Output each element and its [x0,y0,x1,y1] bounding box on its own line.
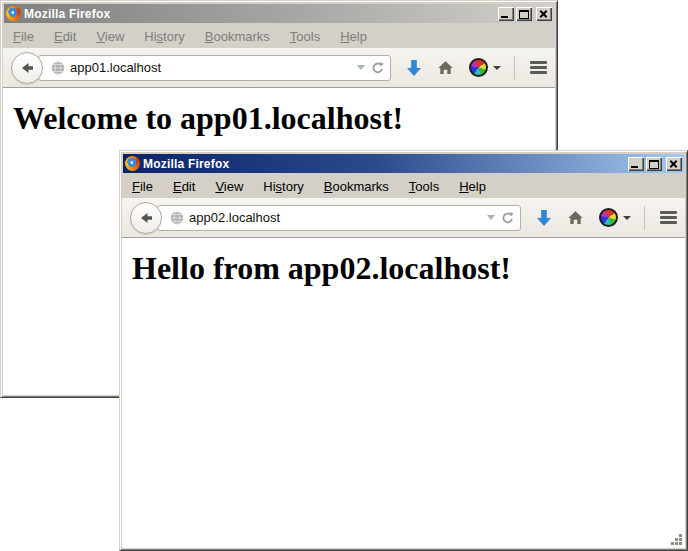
window-title: Mozilla Firefox [140,157,626,171]
titlebar[interactable]: Mozilla Firefox [4,4,554,23]
chevron-down-icon[interactable] [357,65,365,70]
menu-edit[interactable]: Edit [44,27,86,46]
menu-view[interactable]: View [205,177,253,196]
menu-history[interactable]: History [134,27,194,46]
minimize-icon [501,16,508,18]
chevron-down-icon [493,66,501,70]
addon-button[interactable] [599,208,631,227]
maximize-icon [649,160,659,169]
menu-edit[interactable]: Edit [163,177,205,196]
resize-grip-dots [670,533,673,536]
menu-tools[interactable]: Tools [280,27,330,46]
firefox-window-app02: Mozilla Firefox File Edit View History B… [119,150,688,551]
menu-file[interactable]: File [3,27,44,46]
maximize-button[interactable] [516,7,532,21]
menu-history[interactable]: History [253,177,313,196]
titlebar[interactable]: Mozilla Firefox [123,154,684,173]
nav-toolbar [3,48,555,88]
nav-toolbar [122,198,685,238]
menu-help[interactable]: Help [449,177,496,196]
firefox-logo-icon [6,6,21,21]
page-heading: Welcome to app01.localhost! [13,100,555,137]
addon-button[interactable] [469,58,501,77]
app-menu-button[interactable] [530,59,547,76]
close-button[interactable] [536,7,552,21]
hamburger-menu-icon [660,209,677,226]
minimize-icon [631,166,638,168]
download-button[interactable] [536,209,552,227]
menu-bookmarks[interactable]: Bookmarks [195,27,280,46]
download-arrow-icon [536,209,552,227]
menu-tools[interactable]: Tools [399,177,449,196]
resize-grip[interactable] [670,533,684,547]
reload-icon[interactable] [371,61,385,75]
minimize-button[interactable] [628,157,644,171]
color-wheel-addon-icon [469,58,488,77]
chevron-down-icon[interactable] [487,215,495,220]
app-menu-button[interactable] [660,209,677,226]
back-arrow-icon [19,60,35,76]
minimize-button[interactable] [498,7,514,21]
menu-file[interactable]: File [122,177,163,196]
toolbar-separator [514,56,515,80]
toolbar-separator [644,206,645,230]
url-input[interactable] [184,210,485,225]
firefox-logo-icon [125,156,140,171]
maximize-button[interactable] [646,157,662,171]
download-arrow-icon [406,59,422,77]
menubar: File Edit View History Bookmarks Tools H… [3,24,555,48]
urlbar[interactable] [157,205,521,231]
close-button[interactable] [666,157,682,171]
window-title: Mozilla Firefox [21,7,496,21]
menu-bookmarks[interactable]: Bookmarks [314,177,399,196]
hamburger-menu-icon [530,59,547,76]
download-button[interactable] [406,59,422,77]
menu-view[interactable]: View [86,27,134,46]
url-input[interactable] [65,60,355,75]
back-arrow-icon [138,210,154,226]
chevron-down-icon [623,216,631,220]
reload-icon[interactable] [501,211,515,225]
home-button[interactable] [567,210,584,226]
menubar: File Edit View History Bookmarks Tools H… [122,174,685,198]
page-content: Hello from app02.localhost! [122,238,685,548]
home-icon [567,210,584,226]
globe-icon [170,211,184,225]
back-button[interactable] [130,202,162,234]
page-heading: Hello from app02.localhost! [132,250,685,287]
maximize-icon [519,10,529,19]
back-button[interactable] [11,52,43,84]
urlbar[interactable] [38,55,391,81]
menu-help[interactable]: Help [330,27,377,46]
home-button[interactable] [437,60,454,76]
color-wheel-addon-icon [599,208,618,227]
home-icon [437,60,454,76]
globe-icon [51,61,65,75]
